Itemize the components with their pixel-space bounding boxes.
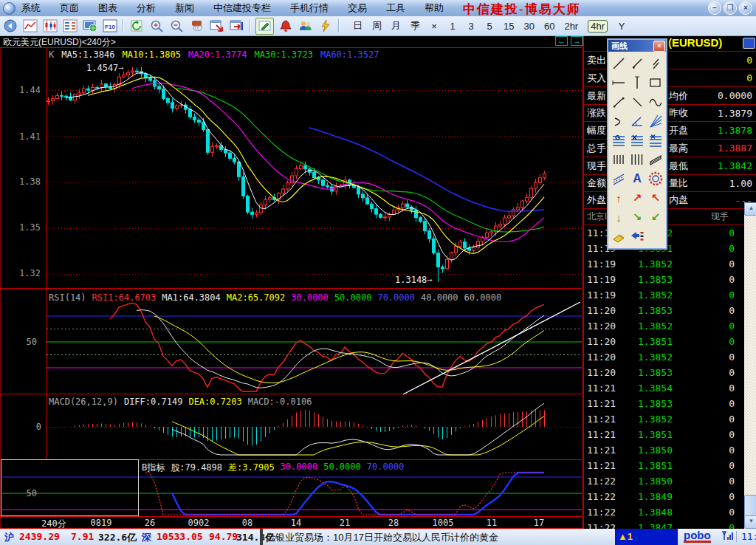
tick-row[interactable]: 11:22 1.3848 0 [584, 504, 756, 520]
vertical-line-icon[interactable] [628, 73, 646, 92]
users-icon[interactable] [297, 18, 314, 34]
vertical-grid-icon[interactable] [610, 150, 628, 169]
tick-row[interactable]: 11:21 1.3853 0 [584, 396, 756, 411]
arrow-down-left-icon[interactable]: ↙ [647, 208, 664, 227]
period-month[interactable]: 月 [391, 19, 401, 32]
segment-up-icon[interactable] [610, 92, 628, 112]
tick-scrollbar[interactable]: ▲ ▼ [744, 202, 756, 529]
menu-tools[interactable]: 工具 [386, 1, 405, 15]
tick-row[interactable]: 11:20 1.3851 0 [584, 334, 756, 349]
channel-icon[interactable] [610, 169, 628, 188]
wave-line-icon[interactable] [647, 92, 664, 112]
percent-retrace-icon[interactable] [628, 131, 646, 150]
period-day[interactable]: 日 [353, 19, 362, 32]
menu-broker-column[interactable]: 中信建投专栏 [213, 1, 271, 15]
tick-row[interactable]: 11:21 1.3854 0 [584, 380, 756, 396]
tick-row[interactable]: 11:22 1.3847 0 [584, 520, 756, 529]
alert-strip[interactable]: ▲1 [615, 529, 678, 545]
period-3min[interactable]: 3 [467, 21, 475, 32]
horizontal-line-icon[interactable] [610, 73, 628, 92]
arrow-down-icon[interactable]: ↓ [610, 208, 628, 227]
period-year[interactable]: Y [617, 21, 626, 32]
zoom-out-icon[interactable] [168, 18, 185, 34]
zoom-in-icon[interactable] [148, 18, 165, 34]
screen-globe-icon[interactable] [81, 18, 98, 34]
period-1min[interactable]: 1 [448, 21, 457, 32]
arrow-down-right-icon[interactable]: ↘ [628, 208, 646, 227]
period-30min[interactable]: 30 [523, 21, 534, 32]
period-60min[interactable]: 60 [544, 21, 554, 32]
clear-all-icon[interactable] [628, 227, 646, 246]
palette-close-icon[interactable]: × [653, 41, 665, 52]
drag-hand-icon[interactable] [188, 18, 205, 34]
segment-down-icon[interactable] [628, 92, 646, 112]
tick-row[interactable]: 11:21 1.3850 0 [584, 442, 756, 458]
tick-row[interactable]: 11:22 1.3849 0 [584, 489, 756, 504]
lightning-icon[interactable] [317, 18, 334, 34]
tick-row[interactable]: 11:19 1.3852 0 [584, 256, 756, 272]
trend-line-icon[interactable] [610, 54, 628, 73]
tick-row[interactable]: 11:19 1.3852 0 [584, 287, 756, 303]
rectangle-icon[interactable] [647, 73, 664, 92]
period-quarter[interactable]: 季 [410, 19, 420, 32]
palette-title-bar[interactable]: 画线 × [608, 40, 666, 52]
window-next-icon[interactable] [228, 18, 245, 34]
restore-button[interactable]: ❐ [724, 1, 737, 15]
regression-channel-icon[interactable] [647, 150, 664, 169]
angle-line-icon[interactable] [628, 112, 646, 131]
eraser-icon[interactable] [610, 227, 628, 246]
line-chart-icon[interactable] [21, 18, 38, 34]
fan-lines-icon[interactable] [647, 112, 664, 131]
ray-line-icon[interactable] [628, 54, 646, 73]
menu-page[interactable]: 页面 [60, 1, 79, 15]
window-export-icon[interactable] [208, 18, 225, 34]
cycle-lines-icon[interactable] [628, 150, 646, 169]
refresh-icon[interactable] [128, 18, 145, 34]
close-button[interactable]: × [739, 1, 752, 15]
tick-row[interactable]: 11:19 1.3853 0 [584, 272, 756, 287]
menu-mobile-quotes[interactable]: 手机行情 [290, 1, 329, 15]
minimize-button[interactable]: − [708, 1, 721, 15]
next-arrow-icon[interactable]: → [571, 36, 583, 46]
tick-row[interactable]: 11:21 1.3851 0 [584, 427, 756, 442]
period-week[interactable]: 周 [372, 19, 382, 32]
arc-icon[interactable] [610, 112, 628, 131]
alarm-bell-icon[interactable] [277, 18, 294, 34]
text-label-icon[interactable]: A [628, 169, 646, 188]
menu-trade[interactable]: 交易 [348, 1, 367, 15]
menu-chart[interactable]: 图表 [98, 1, 117, 15]
panel-maximize-icon[interactable] [743, 38, 755, 49]
arrow-up-right-icon[interactable]: ↗ [628, 188, 646, 208]
fibonacci-lines-icon[interactable] [647, 131, 664, 150]
arrow-up-left-icon[interactable]: ↖ [647, 188, 664, 208]
quote-list-icon[interactable] [61, 18, 78, 34]
scroll-up-icon[interactable]: ▲ [744, 202, 756, 216]
menu-news[interactable]: 新闻 [175, 1, 194, 15]
menu-system[interactable]: 系统 [21, 1, 41, 15]
back-icon[interactable] [1, 18, 18, 34]
f10-icon[interactable]: F10 [101, 18, 118, 34]
period-15min[interactable]: 15 [504, 21, 514, 32]
tick-row[interactable]: 11:20 1.3852 0 [584, 318, 756, 334]
period-4hr-selected[interactable]: 4hr [588, 20, 608, 32]
menu-analysis[interactable]: 分析 [137, 1, 156, 15]
arrow-up-icon[interactable]: ↑ [610, 188, 628, 208]
menu-help[interactable]: 帮助 [425, 1, 444, 15]
candle-chart-icon[interactable] [41, 18, 58, 34]
period-5min[interactable]: 5 [485, 21, 494, 32]
tick-row[interactable]: 11:20 1.3853 0 [584, 303, 756, 318]
circle-icon[interactable] [647, 169, 664, 188]
prev-arrow-icon[interactable]: ← [555, 36, 568, 46]
tick-row[interactable]: 11:20 1.3852 0 [584, 349, 756, 365]
draw-pencil-icon[interactable] [255, 18, 274, 35]
period-2hr[interactable]: 2hr [564, 21, 578, 32]
scroll-thumb[interactable] [744, 495, 756, 517]
tick-row[interactable]: 11:21 1.3851 0 [584, 458, 756, 473]
tick-row[interactable]: 11:21 1.3852 0 [584, 411, 756, 427]
tick-row[interactable]: 11:20 1.3853 0 [584, 365, 756, 380]
gann-grid-icon[interactable]: G [610, 131, 628, 150]
period-x[interactable]: × [430, 21, 439, 32]
news-ticker[interactable]: 金银业贸易场：10月17日开始交易以人民币计价的黄金 [266, 531, 498, 544]
tick-row[interactable]: 11:22 1.3850 0 [584, 473, 756, 489]
scroll-down-icon[interactable]: ▼ [744, 515, 756, 529]
